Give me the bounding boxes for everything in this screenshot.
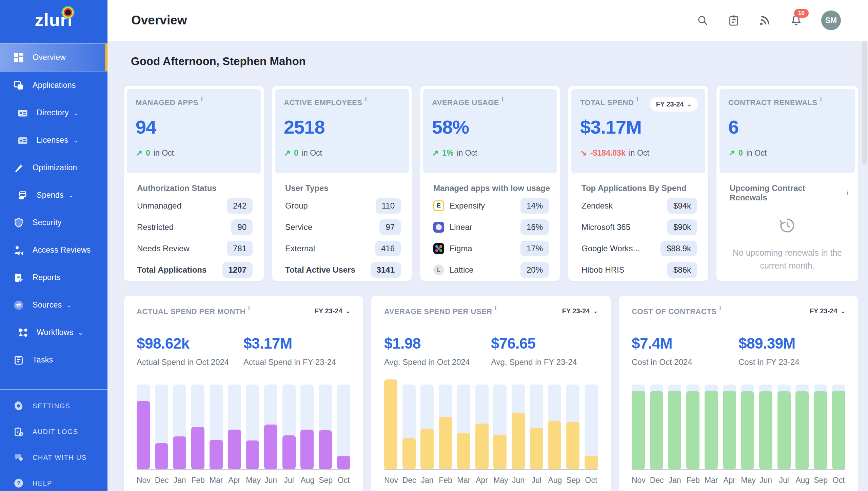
fiscal-year-dropdown[interactable]: FY 23-24 ⌄ (650, 97, 698, 112)
count-badge: 90 (231, 219, 253, 235)
notifications-bell-icon[interactable]: 10 (790, 14, 802, 26)
bar-track (493, 385, 507, 469)
chart-stat-current: $1.98 Avg. Spend in Oct 2024 (384, 335, 491, 367)
fiscal-year-dropdown[interactable]: FY 23-24 ⌄ (810, 307, 845, 315)
spends-icon (17, 190, 28, 201)
list-item[interactable]: Microsoft 365 $90k (578, 216, 698, 238)
info-icon[interactable]: i (502, 96, 504, 103)
sidebar-item-label: Access Reviews (33, 246, 91, 255)
month-label: Jun (759, 476, 772, 485)
month-label: Jan (420, 476, 434, 485)
list-item[interactable]: Needs Review 781 (134, 238, 254, 259)
sidebar-item-tasks[interactable]: Tasks (0, 346, 107, 374)
section-title: Managed apps with low usage (433, 183, 550, 193)
sidebar-item-spends[interactable]: Spends ⌄ (0, 181, 107, 209)
list-item-total: Total Active Users 3141 (282, 259, 402, 280)
chevron-down-icon: ⌄ (346, 308, 350, 314)
bar-track (191, 385, 204, 469)
sidebar-item-access-reviews[interactable]: Access Reviews (0, 236, 107, 264)
chevron-down-icon: ⌄ (841, 308, 845, 314)
info-icon[interactable]: i (847, 190, 848, 196)
user-avatar[interactable]: SM (821, 11, 841, 30)
list-item[interactable]: Figma 17% (430, 238, 550, 259)
list-item[interactable]: L Lattice 20% (430, 259, 550, 280)
clipboard-icon[interactable] (728, 14, 740, 26)
bar-track (723, 385, 736, 469)
bar-track (632, 385, 645, 469)
sidebar-item-settings[interactable]: SETTINGS (0, 393, 107, 419)
amount-badge: $90k (667, 219, 697, 235)
sidebar-item-applications[interactable]: Applications (0, 72, 107, 99)
month-label: Mar (457, 476, 470, 485)
audit-log-icon (13, 426, 24, 437)
month-label: Aug (300, 476, 314, 485)
chat-bubbles-icon (13, 452, 24, 463)
sidebar-item-sources[interactable]: Sources ⌄ (0, 291, 107, 319)
list-item[interactable]: Unmanaged 242 (134, 195, 254, 216)
list-item[interactable]: Hibob HRIS $86k (578, 259, 698, 280)
info-icon[interactable]: i (201, 96, 203, 103)
report-doc-icon (13, 272, 24, 283)
info-icon[interactable]: i (820, 96, 822, 103)
sidebar-item-security[interactable]: Security (0, 209, 107, 236)
list-item[interactable]: E Expensify 14% (430, 195, 550, 216)
sidebar-item-licenses[interactable]: Licenses ⌄ (0, 126, 107, 154)
sidebar-item-help[interactable]: ? HELP (0, 470, 107, 491)
list-item[interactable]: External 416 (282, 238, 402, 259)
list-item[interactable]: Group 110 (282, 195, 402, 216)
page-scrollbar[interactable] (862, 0, 867, 491)
sidebar-item-audit-logs[interactable]: AUDIT LOGS (0, 419, 107, 445)
info-icon[interactable]: i (636, 96, 638, 103)
cost-of-contracts-chart-card: COST OF CONTRACTS i FY 23-24 ⌄ $7.4M Cos… (619, 296, 858, 491)
amount-badge: $86k (667, 262, 697, 278)
list-item[interactable]: Google Works... $88.9k (578, 238, 698, 259)
sidebar-item-overview[interactable]: Overview (0, 43, 107, 72)
bar-track (155, 385, 168, 469)
sidebar-item-reports[interactable]: Reports (0, 264, 107, 291)
trend-up-icon: ↗ (432, 148, 439, 158)
amount-badge: $94k (667, 198, 697, 214)
trend-up-icon: ↗ (284, 148, 291, 158)
bar-track (137, 385, 150, 469)
bar-track (705, 385, 718, 469)
info-icon[interactable]: i (719, 305, 721, 312)
active-employees-kpi-box: ACTIVE EMPLOYEES i 2518 ↗ 0 in Oct (275, 89, 409, 173)
kpi-label: CONTRACT RENEWALS (728, 98, 817, 107)
bar-fill (632, 391, 645, 470)
info-icon[interactable]: i (495, 305, 497, 312)
month-axis: NovDecJanFebMarAprMayJunJulAugSepOct (137, 476, 350, 485)
list-item[interactable]: Restricted 90 (134, 216, 254, 238)
fiscal-year-dropdown[interactable]: FY 23-24 ⌄ (315, 307, 350, 315)
list-item[interactable]: Service 97 (282, 216, 402, 238)
rss-feed-icon[interactable] (759, 14, 771, 26)
chart-title: COST OF CONTRACTS (632, 307, 717, 316)
fiscal-year-dropdown[interactable]: FY 23-24 ⌄ (562, 307, 598, 315)
search-icon[interactable] (696, 14, 709, 26)
bar-track (548, 385, 561, 469)
license-card-icon (17, 135, 28, 146)
info-icon[interactable]: i (248, 305, 250, 312)
sidebar-item-chat-with-us[interactable]: CHAT WITH US (0, 445, 107, 470)
month-label: Jul (777, 476, 791, 485)
sidebar-item-workflows[interactable]: Workflows ⌄ (0, 319, 107, 346)
bar-track (777, 385, 791, 469)
app-logo[interactable]: zluri (0, 0, 107, 40)
logo-target-icon (65, 9, 71, 15)
chevron-down-icon: ⌄ (593, 308, 598, 314)
info-icon[interactable]: i (365, 96, 367, 103)
bar-chart (137, 385, 350, 470)
row-label: Linear (450, 222, 472, 232)
bar-fill (282, 435, 296, 469)
sidebar-item-optimization[interactable]: Optimization (0, 154, 107, 181)
bar-fill (210, 440, 223, 470)
sidebar-item-label: Overview (33, 53, 66, 62)
month-label: Dec (402, 476, 416, 485)
bar-track (420, 385, 434, 469)
bar-track (741, 385, 754, 469)
bar-fill (686, 391, 699, 469)
list-item[interactable]: Zendesk $94k (578, 195, 698, 216)
list-item[interactable]: Linear 16% (430, 216, 550, 238)
sidebar-item-directory[interactable]: Directory ⌄ (0, 99, 107, 126)
bar-track (686, 385, 699, 469)
kpi-trend: ↗ 0 in Oct (136, 148, 252, 158)
